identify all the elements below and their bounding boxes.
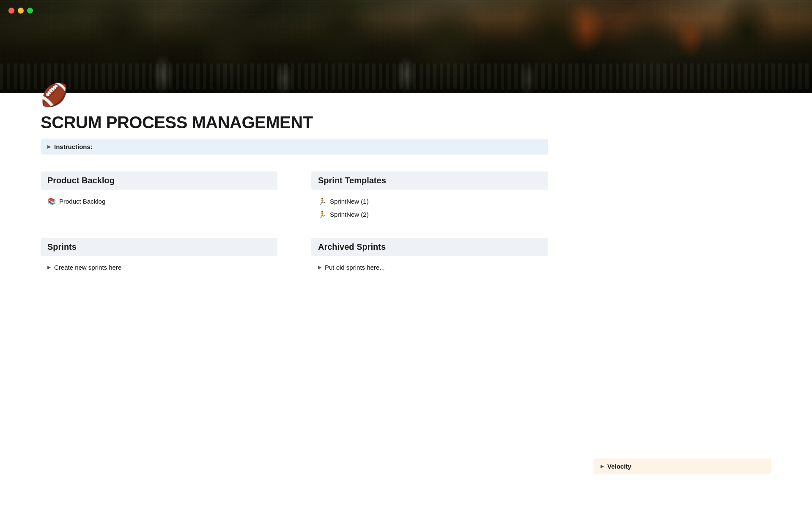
- product-backlog-section: Product Backlog 📚 Product Backlog: [41, 171, 277, 221]
- instructions-label: Instructions:: [54, 143, 93, 150]
- create-sprints-toggle[interactable]: ▶ Create new sprints here: [41, 261, 277, 273]
- minimize-button[interactable]: [18, 8, 24, 14]
- archived-sprints-toggle[interactable]: ▶ Put old sprints here...: [311, 261, 548, 273]
- hero-banner: [0, 0, 812, 93]
- instructions-arrow: ▶: [47, 144, 51, 149]
- product-backlog-text: Product Backlog: [59, 198, 105, 205]
- archived-sprints-section: Archived Sprints ▶ Put old sprints here.…: [311, 238, 548, 273]
- velocity-arrow: ▶: [601, 464, 604, 469]
- sprint-1-icon: 🏃: [318, 197, 326, 205]
- sprint-1-text: SprintNew (1): [330, 198, 369, 205]
- create-sprints-text: Create new sprints here: [54, 264, 121, 271]
- sprint-new-2-item[interactable]: 🏃 SprintNew (2): [311, 208, 548, 221]
- page-icon: 🏈: [41, 82, 551, 108]
- sprint-new-1-item[interactable]: 🏃 SprintNew (1): [311, 195, 548, 208]
- archived-toggle-arrow: ▶: [318, 265, 321, 270]
- hero-image-overlay: [0, 0, 812, 93]
- main-grid: Product Backlog 📚 Product Backlog Sprint…: [41, 171, 548, 273]
- sprint-templates-section: Sprint Templates 🏃 SprintNew (1) 🏃 Sprin…: [311, 171, 548, 221]
- instructions-toggle[interactable]: ▶ Instructions:: [41, 139, 548, 155]
- velocity-toggle[interactable]: ▶ Velocity: [594, 458, 771, 474]
- close-button[interactable]: [8, 8, 14, 14]
- archived-sprints-text: Put old sprints here...: [325, 264, 385, 271]
- sprints-header: Sprints: [41, 238, 277, 256]
- archived-sprints-header: Archived Sprints: [311, 238, 548, 256]
- product-backlog-icon: 📚: [47, 197, 56, 205]
- product-backlog-header: Product Backlog: [41, 171, 277, 190]
- sprints-section: Sprints ▶ Create new sprints here: [41, 238, 277, 273]
- page-title: SCRUM PROCESS MANAGEMENT: [41, 113, 551, 132]
- velocity-label: Velocity: [607, 463, 631, 470]
- sprint-templates-header: Sprint Templates: [311, 171, 548, 190]
- page-content: 🏈 SCRUM PROCESS MANAGEMENT ▶ Instruction…: [0, 82, 592, 324]
- sprints-toggle-arrow: ▶: [47, 265, 51, 270]
- product-backlog-item[interactable]: 📚 Product Backlog: [41, 195, 277, 208]
- sprint-2-text: SprintNew (2): [330, 211, 369, 218]
- maximize-button[interactable]: [27, 8, 33, 14]
- hero-texture: [0, 0, 812, 93]
- traffic-lights: [8, 8, 33, 14]
- sprint-2-icon: 🏃: [318, 210, 326, 218]
